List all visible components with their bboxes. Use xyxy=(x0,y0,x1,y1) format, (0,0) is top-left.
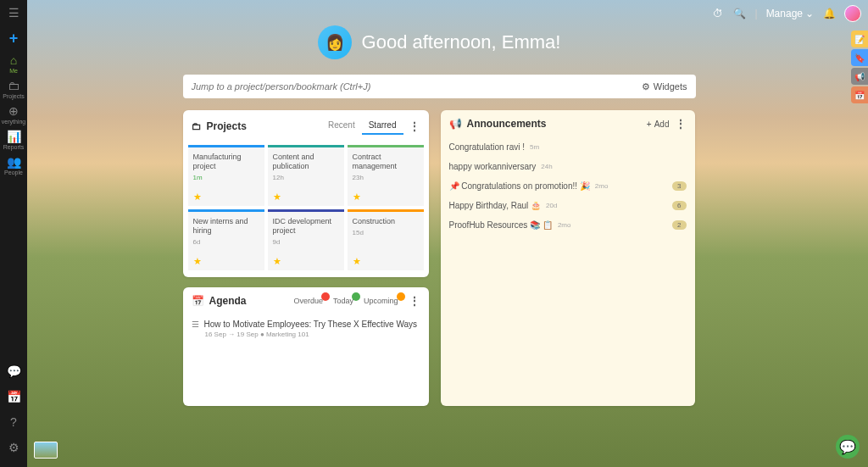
announcement-item[interactable]: ProofHub Resources 📚 📋2mo2 xyxy=(449,215,687,235)
announcement-badge: 6 xyxy=(672,201,686,210)
main: 👩 Good afternoon, Emma! ⚙ Widgets 🗀 Proj… xyxy=(27,0,851,467)
sidebar-calendar[interactable]: 📅 xyxy=(0,384,27,409)
star-icon[interactable]: ★ xyxy=(193,192,202,203)
star-icon[interactable]: ★ xyxy=(353,256,361,267)
timer-icon[interactable]: ⏱ xyxy=(711,7,725,20)
announcement-item[interactable]: Congratulation ravi !5m xyxy=(449,137,687,157)
project-card[interactable]: Construction15d★ xyxy=(348,209,424,270)
announcement-badge: 3 xyxy=(672,181,686,191)
project-time: 1m xyxy=(193,174,259,181)
announcement-item[interactable]: 📌 Congratulations on promotion!! 🎉2mo3 xyxy=(449,176,687,196)
sidebar-item-reports[interactable]: 📊 Reports xyxy=(0,127,27,153)
calendar-icon: 📅 xyxy=(192,295,204,307)
projects-panel: 🗀 Projects Recent Starred ⋮ Manufacturin… xyxy=(183,110,429,277)
star-icon[interactable]: ★ xyxy=(273,256,281,267)
project-title: Content and publication xyxy=(273,153,339,171)
sidebar-item-projects[interactable]: 🗀 Projects xyxy=(0,76,27,102)
hamburger-icon[interactable]: ☰ xyxy=(0,0,27,25)
sidebar-item-me[interactable]: ⌂ Me xyxy=(0,51,27,76)
right-dock: 📝 🔖 📢 📅 xyxy=(851,31,868,103)
announcement-time: 24h xyxy=(541,163,552,170)
projects-title: Projects xyxy=(207,120,247,132)
manage-dropdown[interactable]: Manage ⌄ xyxy=(766,8,814,19)
project-title: Manufacturing project xyxy=(193,153,259,171)
project-card[interactable]: Content and publication12h★ xyxy=(268,145,344,206)
dock-notes[interactable]: 📝 xyxy=(851,31,868,47)
announcement-badge: 2 xyxy=(672,220,686,230)
announcement-time: 2mo xyxy=(595,182,609,190)
agenda-panel: 📅 Agenda Overdue Today Upcoming ⋮ ☰ How … xyxy=(183,287,429,406)
project-title: Construction xyxy=(353,217,419,226)
project-card[interactable]: IDC development project9d★ xyxy=(268,209,344,270)
list-icon: ☰ xyxy=(192,320,199,329)
agenda-task-meta: 16 Sep → 19 Sep ● Marketing 101 xyxy=(205,331,420,338)
gear-icon: ⚙ xyxy=(642,81,650,92)
sidebar-settings[interactable]: ⚙ xyxy=(0,435,27,460)
project-time: 9d xyxy=(273,238,339,246)
project-card[interactable]: Manufacturing project1m★ xyxy=(188,145,264,206)
tab-overdue[interactable]: Overdue xyxy=(288,294,328,308)
project-card[interactable]: New interns and hiring6d★ xyxy=(188,209,264,270)
announcement-item[interactable]: Happy Birthday, Raul 🎂20d6 xyxy=(449,196,687,215)
agenda-title: Agenda xyxy=(209,295,247,307)
topbar: ⏱ 🔍 | Manage ⌄ 🔔 xyxy=(711,5,862,22)
people-icon: 👥 xyxy=(7,155,21,169)
agenda-task[interactable]: ☰ How to Motivate Employees: Try These X… xyxy=(192,320,420,329)
dock-bookmark[interactable]: 🔖 xyxy=(851,49,868,66)
tab-today[interactable]: Today xyxy=(328,294,359,308)
tab-upcoming[interactable]: Upcoming xyxy=(359,294,403,308)
megaphone-icon: 📢 xyxy=(449,118,462,130)
search-bar: ⚙ Widgets xyxy=(183,75,696,98)
dock-announce[interactable]: 📢 xyxy=(851,68,868,85)
dock-calendar[interactable]: 📅 xyxy=(851,86,868,103)
plus-icon: + xyxy=(647,120,652,129)
project-title: IDC development project xyxy=(273,217,339,236)
wallpaper-thumbnail[interactable] xyxy=(34,442,58,459)
star-icon[interactable]: ★ xyxy=(193,256,202,267)
announcement-time: 2mo xyxy=(558,221,571,229)
chevron-down-icon: ⌄ xyxy=(805,8,814,19)
avatar[interactable] xyxy=(844,5,861,22)
sidebar-item-everything[interactable]: ⊕ verything xyxy=(0,102,27,127)
tab-recent[interactable]: Recent xyxy=(321,117,362,135)
star-icon[interactable]: ★ xyxy=(353,192,361,203)
home-icon: ⌂ xyxy=(10,53,17,67)
greeting-avatar: 👩 xyxy=(318,25,352,59)
chart-icon: 📊 xyxy=(7,130,21,143)
project-time: 15d xyxy=(353,229,419,236)
bell-icon[interactable]: 🔔 xyxy=(822,7,836,20)
sidebar-help[interactable]: ? xyxy=(0,409,27,435)
announcement-time: 5m xyxy=(530,143,539,151)
search-input[interactable] xyxy=(192,81,642,92)
project-title: Contract management xyxy=(353,153,419,171)
announcement-item[interactable]: happy workanniversary24h xyxy=(449,157,687,176)
sidebar-chat[interactable]: 💬 xyxy=(0,359,27,384)
project-title: New interns and hiring xyxy=(193,217,259,236)
globe-icon: ⊕ xyxy=(8,104,19,118)
star-icon[interactable]: ★ xyxy=(273,192,281,203)
project-time: 23h xyxy=(353,174,419,181)
greeting-text: Good afternoon, Emma! xyxy=(362,31,561,53)
greeting: 👩 Good afternoon, Emma! xyxy=(27,25,851,59)
widgets-button[interactable]: ⚙ Widgets xyxy=(642,81,687,92)
sidebar: ☰ + ⌂ Me 🗀 Projects ⊕ verything 📊 Report… xyxy=(0,0,27,467)
agenda-more[interactable]: ⋮ xyxy=(409,294,420,308)
tab-starred[interactable]: Starred xyxy=(362,117,403,135)
announcements-more[interactable]: ⋮ xyxy=(675,117,687,131)
sidebar-item-people[interactable]: 👥 People xyxy=(0,153,27,178)
add-announcement[interactable]: + Add xyxy=(647,120,670,129)
project-time: 6d xyxy=(193,238,259,246)
folder-icon: 🗀 xyxy=(8,79,19,92)
chat-fab[interactable]: 💬 xyxy=(836,435,860,459)
project-time: 12h xyxy=(273,174,339,181)
projects-more[interactable]: ⋮ xyxy=(409,120,420,133)
search-icon[interactable]: 🔍 xyxy=(733,7,747,20)
announcements-title: Announcements xyxy=(467,118,547,130)
folder-icon: 🗀 xyxy=(192,120,202,132)
add-button[interactable]: + xyxy=(0,25,27,51)
project-card[interactable]: Contract management23h★ xyxy=(348,145,424,206)
announcement-time: 20d xyxy=(546,202,557,209)
announcements-panel: 📢 Announcements + Add ⋮ Congratulation r… xyxy=(441,110,695,406)
